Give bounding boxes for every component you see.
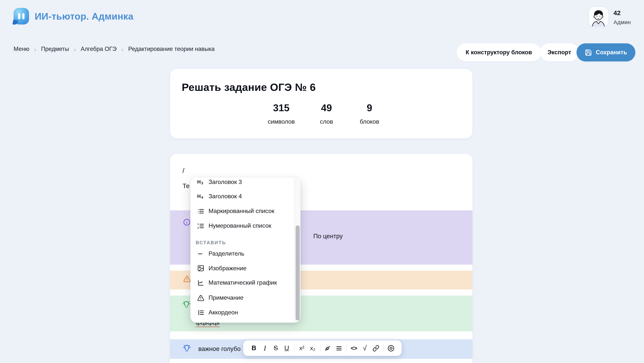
menu-item-label: Аккордеон [208,309,238,316]
code-button[interactable]: <> [348,342,359,354]
italic-button[interactable]: I [260,342,270,354]
menu-item-image[interactable]: Изображение [190,261,294,276]
toolbar-divider [346,344,346,352]
link-icon [372,345,379,352]
highlighter-button[interactable] [322,342,333,354]
toolbar-divider [294,344,294,352]
stat-blocks-value: 9 [358,102,381,114]
menu-item-numbered-list[interactable]: 12 Нумерованный список [190,219,294,233]
menu-item-label: Разделитель [208,250,244,257]
menu-item-label: Изображение [208,265,246,272]
slash-command-menu: H3 Заголовок 3 H4 Заголовок 4 Маркирован… [190,178,300,323]
chevron-right-icon: › [74,46,76,52]
math-chart-icon [197,279,204,287]
chevron-right-icon: › [34,46,36,52]
user-role: Админ [614,19,630,25]
menu-item-label: Заголовок 4 [208,193,242,200]
save-button-label: Сохранить [596,49,627,56]
visibility-button[interactable] [385,342,396,354]
note-warning-icon [197,294,204,302]
stat-symbols-value: 315 [268,102,295,114]
underline-button[interactable]: U [281,342,292,354]
menu-item-label: Маркированный список [208,208,274,215]
menu-item-bulleted-list[interactable]: Маркированный список [190,204,294,218]
stat-symbols-label: символов [268,118,295,125]
avatar-illustration [588,7,608,26]
bold-button[interactable]: B [248,342,260,354]
menu-item-accordion[interactable]: Аккордеон [190,305,294,320]
subscript-button[interactable]: x₂ [307,342,318,354]
block-constructor-button[interactable]: К конструктору блоков [456,43,541,62]
breadcrumb-algebra-oge[interactable]: Алгебра ОГЭ [81,46,116,52]
toolbar-divider [383,344,384,352]
chevron-right-icon: › [122,46,123,52]
stat-blocks-label: блоков [358,118,381,125]
save-button[interactable]: Сохранить [576,43,635,62]
skill-summary-card: Решать задание ОГЭ № 6 315 символов 49 с… [170,69,472,138]
sqrt-button[interactable]: √ [359,342,370,354]
user-id: 42 [614,10,620,17]
menu-item-label: Нумерованный список [208,222,271,229]
heading-3-icon: H3 [197,178,204,186]
breadcrumb-current-page: Редактирование теории навыка [128,46,214,52]
svg-text:H: H [197,194,201,199]
toolbar-divider [320,344,320,352]
strikethrough-button[interactable]: S [270,342,281,354]
stat-symbols: 315 символов [268,102,295,125]
callout-blue-text[interactable]: важное голубо [198,346,240,353]
warning-icon [183,275,191,283]
stat-words: 49 слов [315,102,338,125]
stat-words-value: 49 [315,102,338,114]
link-button[interactable] [370,342,381,354]
avatar[interactable] [588,6,609,27]
lightbulb-icon [182,301,191,310]
numbered-list-icon: 12 [197,222,204,230]
lightbulb-icon [182,345,191,354]
format-toolbar: B I S U x² x₂ <> √ [243,340,402,356]
app-logo-icon[interactable] [14,8,29,24]
editor-text-line[interactable]: Те [182,182,190,190]
divider-icon [197,250,204,258]
info-icon [183,219,190,226]
svg-text:1: 1 [198,223,199,226]
highlighter-icon [324,344,332,352]
menu-item-label: Математический график [208,280,277,286]
accordion-icon [197,309,204,316]
skill-title: Решать задание ОГЭ № 6 [182,82,316,94]
menu-item-divider[interactable]: Разделитель [190,246,294,261]
image-icon [197,264,204,272]
logo-pause-bar [18,13,20,19]
svg-text:3: 3 [201,181,203,185]
svg-text:4: 4 [201,196,203,200]
heading-4-icon: H4 [197,193,204,200]
menu-item-note[interactable]: Примечание [190,291,294,305]
breadcrumb-menu[interactable]: Меню [14,46,30,52]
menu-item-heading-4[interactable]: H4 Заголовок 4 [190,189,294,204]
menu-item-heading-3[interactable]: H3 Заголовок 3 [190,178,294,190]
export-button[interactable]: Экспорт [540,43,579,62]
menu-item-label: Примечание [208,294,244,301]
bulleted-list-icon [197,208,204,215]
stat-words-label: слов [315,118,338,125]
menu-item-label: Заголовок 3 [208,179,242,186]
menu-item-math-chart[interactable]: Математический график [190,276,294,290]
eye-icon [387,344,394,352]
page: ИИ-тьютор. Админка 42 Админ Меню › Предм… [0,0,644,363]
menu-scrollbar-track[interactable] [294,178,300,323]
save-floppy-icon [585,49,592,56]
breadcrumb-subjects[interactable]: Предметы [41,46,69,52]
stat-blocks: 9 блоков [358,102,381,125]
align-button[interactable] [333,342,344,354]
svg-text:H: H [197,179,201,185]
editor-slash-line[interactable]: / [182,167,184,175]
breadcrumb: Меню › Предметы › Алгебра ОГЭ › Редактир… [14,46,215,52]
align-icon [336,345,342,352]
svg-text:2: 2 [198,226,199,229]
app-title: ИИ-тьютор. Админка [35,11,134,22]
logo-pause-bar [22,13,24,19]
menu-section-insert: ВСТАВИТЬ [190,239,294,246]
superscript-button[interactable]: x² [296,342,307,354]
menu-scrollbar-thumb[interactable] [296,226,300,320]
skill-stats: 315 символов 49 слов 9 блоков [173,102,476,125]
